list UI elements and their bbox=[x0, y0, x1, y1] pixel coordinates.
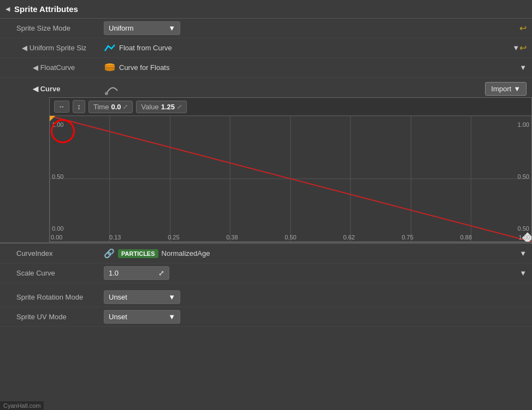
sprite-size-mode-label: Sprite Size Mode bbox=[5, 24, 104, 32]
y-label-left-mid: 0.50 bbox=[52, 173, 63, 180]
value-value: 1.25 bbox=[161, 103, 175, 111]
time-value: 0.0 bbox=[111, 103, 121, 111]
time-expand-icon[interactable]: ⤢ bbox=[123, 103, 128, 110]
scale-curve-expand-icon[interactable]: ▼ bbox=[519, 269, 527, 277]
value-expand-icon[interactable]: ⤢ bbox=[177, 103, 182, 110]
sprite-uv-arrow-icon: ▼ bbox=[168, 313, 175, 321]
y-label-left-top: 1.00 bbox=[52, 121, 63, 128]
y-label-right-mid: 0.50 bbox=[518, 173, 529, 180]
svg-point-5 bbox=[105, 68, 115, 71]
expand-icon[interactable]: ▼ bbox=[512, 44, 519, 52]
time-box[interactable]: Time 0.0 ⤢ bbox=[88, 101, 133, 113]
scale-curve-value-container: 1.0 ⤢ ▼ bbox=[104, 266, 527, 280]
collapse-triangle-3-icon[interactable]: ◀ bbox=[33, 63, 40, 72]
reset-icon[interactable]: ↩ bbox=[519, 23, 527, 33]
x-label-8: 1.00 bbox=[519, 234, 530, 241]
value-box[interactable]: Value 1.25 ⤢ bbox=[136, 101, 187, 113]
sprite-uv-mode-value: Unset ▼ bbox=[104, 310, 527, 324]
uniform-sprite-siz-row: ◀ Uniform Sprite Siz Float from Curve ▼ … bbox=[0, 38, 532, 58]
sprite-attributes-header: ◀ Sprite Attributes bbox=[0, 0, 532, 19]
import-btn-container: Import ▼ bbox=[485, 82, 527, 96]
sprite-uv-mode-row: Sprite UV Mode Unset ▼ bbox=[0, 307, 532, 327]
curve-row-value bbox=[104, 83, 485, 96]
curve-editor-container: ↔ ↕ Time 0.0 ⤢ Value 1.25 ⤢ bbox=[0, 97, 532, 243]
move-tool-button[interactable]: ↕ bbox=[73, 100, 85, 113]
sprite-uv-mode-label: Sprite UV Mode bbox=[5, 313, 104, 321]
curve-left-spacer bbox=[0, 97, 49, 242]
sprite-uv-value: Unset bbox=[109, 313, 127, 321]
particles-badge: PARTICLES bbox=[118, 249, 158, 258]
curve-toolbar: ↔ ↕ Time 0.0 ⤢ Value 1.25 ⤢ bbox=[50, 98, 531, 116]
footer: CyanHall.com bbox=[0, 401, 44, 410]
curve-header-row: ◀ Curve Import ▼ bbox=[0, 78, 532, 97]
curve-index-value: 🔗 PARTICLES NormalizedAge ▼ bbox=[104, 248, 527, 259]
curve-index-row: CurveIndex 🔗 PARTICLES NormalizedAge ▼ bbox=[0, 244, 532, 263]
dropdown-value: Uniform bbox=[109, 24, 134, 32]
x-label-1: 0.13 bbox=[109, 234, 121, 241]
y-label-right-top: 1.00 bbox=[518, 121, 529, 128]
scale-curve-input[interactable]: 1.0 ⤢ bbox=[104, 266, 169, 280]
footer-text: CyanHall.com bbox=[3, 402, 40, 409]
float-curve-label: ◀ FloatCurve bbox=[5, 63, 104, 72]
curve-expand-icon[interactable]: ▼ bbox=[519, 63, 527, 72]
bottom-section: CurveIndex 🔗 PARTICLES NormalizedAge ▼ S… bbox=[0, 243, 532, 327]
collapse-triangle-4-icon[interactable]: ◀ bbox=[33, 85, 40, 93]
scale-input-arrow-icon: ⤢ bbox=[158, 269, 164, 277]
float-curve-row: ◀ FloatCurve Curve for Floats ▼ bbox=[0, 58, 532, 78]
x-label-6: 0.75 bbox=[401, 234, 413, 241]
graph-area[interactable]: 0.00 0.13 0.25 0.38 0.50 0.62 0.75 0.88 … bbox=[50, 116, 531, 242]
curve-editor[interactable]: ↔ ↕ Time 0.0 ⤢ Value 1.25 ⤢ bbox=[49, 97, 532, 242]
curve-graph-svg bbox=[50, 116, 531, 242]
scale-curve-label: Scale Curve bbox=[5, 269, 104, 277]
curve-index-label: CurveIndex bbox=[5, 249, 104, 257]
curve-for-floats-icon bbox=[104, 63, 116, 73]
x-label-0: 0.00 bbox=[51, 234, 62, 241]
curve-knob-icon bbox=[104, 83, 120, 96]
pan-tool-button[interactable]: ↔ bbox=[54, 101, 69, 113]
divider bbox=[0, 283, 532, 288]
sprite-rotation-arrow-icon: ▼ bbox=[168, 293, 175, 301]
value-label: Value bbox=[141, 103, 158, 111]
curve-for-floats-label: Curve for Floats bbox=[119, 63, 169, 72]
x-label-7: 0.88 bbox=[460, 234, 471, 241]
collapse-triangle-2-icon[interactable]: ◀ bbox=[22, 44, 29, 52]
main-panel: ◀ Sprite Attributes Sprite Size Mode Uni… bbox=[0, 0, 532, 410]
y-label-left-bot: 0.00 bbox=[52, 225, 63, 232]
sprite-size-mode-dropdown[interactable]: Uniform ▼ bbox=[104, 21, 180, 35]
x-label-3: 0.38 bbox=[226, 234, 238, 241]
x-label-5: 0.62 bbox=[343, 234, 354, 241]
uniform-sprite-siz-label: ◀ Uniform Sprite Siz bbox=[5, 44, 104, 52]
x-label-4: 0.50 bbox=[285, 234, 296, 241]
import-arrow-icon: ▼ bbox=[513, 85, 521, 93]
y-label-right-bot: 0.50 bbox=[518, 225, 529, 232]
section-title: Sprite Attributes bbox=[14, 4, 78, 14]
float-from-curve-icon bbox=[104, 44, 116, 52]
float-curve-value: Curve for Floats ▼ bbox=[104, 63, 527, 73]
normalized-age-label: NormalizedAge bbox=[162, 249, 210, 257]
collapse-triangle-icon[interactable]: ◀ bbox=[5, 5, 10, 13]
import-button[interactable]: Import ▼ bbox=[485, 82, 527, 96]
sprite-rotation-mode-row: Sprite Rotation Mode Unset ▼ bbox=[0, 288, 532, 307]
uniform-sprite-siz-value: Float from Curve ▼ bbox=[104, 44, 519, 52]
x-label-2: 0.25 bbox=[168, 234, 179, 241]
scale-curve-value: 1.0 bbox=[109, 269, 119, 277]
float-from-curve-label: Float from Curve bbox=[119, 44, 172, 52]
scale-curve-row: Scale Curve 1.0 ⤢ ▼ bbox=[0, 263, 532, 283]
reset-icon-2[interactable]: ↩ bbox=[519, 43, 527, 53]
sprite-rotation-dropdown[interactable]: Unset ▼ bbox=[104, 290, 180, 304]
svg-point-6 bbox=[105, 92, 108, 95]
dropdown-arrow-icon: ▼ bbox=[168, 24, 175, 32]
x-axis-labels: 0.00 0.13 0.25 0.38 0.50 0.62 0.75 0.88 … bbox=[50, 234, 531, 241]
curve-index-expand-icon[interactable]: ▼ bbox=[519, 249, 527, 257]
sprite-uv-dropdown[interactable]: Unset ▼ bbox=[104, 310, 180, 324]
link-icon: 🔗 bbox=[104, 248, 115, 259]
sprite-size-mode-value: Uniform ▼ bbox=[104, 21, 519, 35]
sprite-rotation-mode-label: Sprite Rotation Mode bbox=[5, 293, 104, 301]
sprite-rotation-mode-value: Unset ▼ bbox=[104, 290, 527, 304]
sprite-size-mode-row: Sprite Size Mode Uniform ▼ ↩ bbox=[0, 19, 532, 38]
curve-label: ◀ Curve bbox=[5, 85, 104, 93]
sprite-rotation-value: Unset bbox=[109, 293, 127, 301]
time-label: Time bbox=[93, 103, 109, 111]
